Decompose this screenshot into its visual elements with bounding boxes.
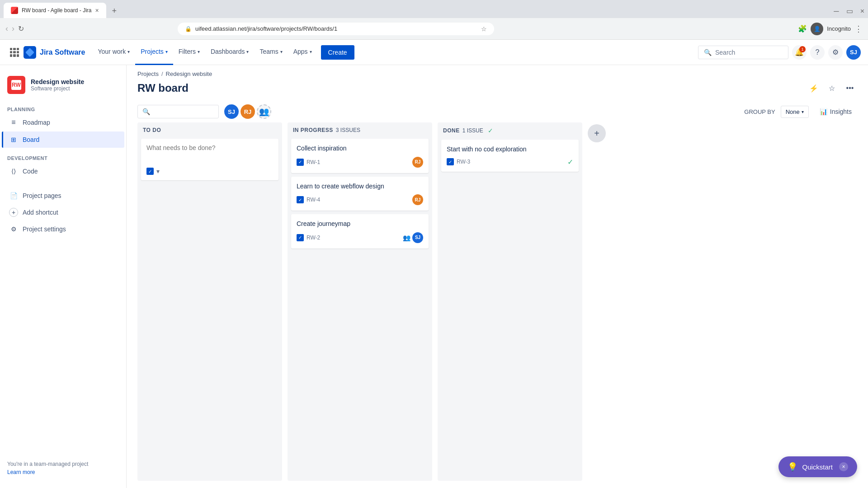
create-checkbox[interactable]: ✓: [146, 168, 154, 175]
sidebar-item-project-pages[interactable]: 📄 Project pages: [2, 188, 124, 204]
sidebar-item-code[interactable]: ⟨⟩ Code: [2, 163, 124, 179]
projects-nav[interactable]: Projects ▾: [135, 40, 173, 65]
url-text: uifeed.atlassian.net/jira/software/proje…: [195, 25, 337, 32]
address-bar[interactable]: 🔒 uifeed.atlassian.net/jira/software/pro…: [178, 23, 494, 35]
maximize-icon[interactable]: ▭: [846, 7, 853, 15]
nav-back[interactable]: ‹: [5, 24, 8, 33]
card-rw4-avatar[interactable]: RJ: [412, 194, 423, 205]
nav-forward[interactable]: ›: [12, 24, 14, 33]
nav-refresh[interactable]: ↻: [18, 24, 24, 33]
sidebar-item-add-shortcut[interactable]: + Add shortcut: [2, 204, 124, 221]
close-icon[interactable]: ×: [860, 7, 864, 15]
group-by-chevron: ▾: [802, 109, 804, 114]
teams-nav[interactable]: Teams ▾: [254, 40, 288, 65]
apps-nav[interactable]: Apps ▾: [288, 40, 317, 65]
column-inprogress-items: Collect inspiration ✓ RW-1 RJ Lea: [288, 137, 432, 481]
help-button[interactable]: ?: [810, 45, 825, 60]
logo[interactable]: Jira Software: [24, 46, 85, 59]
teams-chevron: ▾: [280, 49, 283, 54]
extension-icon[interactable]: 🧩: [798, 24, 807, 33]
pages-icon: 📄: [9, 191, 18, 200]
app-grid-icon[interactable]: [7, 45, 22, 60]
star-button[interactable]: ☆: [825, 81, 839, 95]
tab-close[interactable]: ×: [95, 7, 99, 14]
lightning-button[interactable]: ⚡: [807, 81, 821, 95]
card-rw2-type: ✓: [297, 234, 304, 241]
insights-button[interactable]: 📊 Insights: [814, 105, 857, 118]
user-avatar[interactable]: SJ: [846, 45, 861, 60]
lightning-icon: ⚡: [809, 84, 818, 93]
settings-button[interactable]: ⚙: [828, 45, 843, 60]
quickstart-close-button[interactable]: ×: [839, 462, 848, 471]
sidebar: RW Redesign website Software project PLA…: [0, 65, 127, 488]
board-search[interactable]: 🔍: [137, 105, 219, 118]
card-rw2-avatar[interactable]: SJ: [412, 232, 423, 243]
sidebar-item-board[interactable]: ⊞ Board: [2, 131, 124, 148]
create-button[interactable]: Create: [321, 45, 354, 60]
apps-label: Apps: [293, 48, 308, 55]
close-x-icon: ×: [842, 464, 845, 470]
filters-nav[interactable]: Filters ▾: [173, 40, 205, 65]
card-rw2[interactable]: Create journeymap ✓ RW-2 👥 SJ: [291, 214, 429, 249]
card-rw4[interactable]: Learn to create webflow design ✓ RW-4 RJ: [291, 177, 429, 211]
search-placeholder-text: Search: [715, 49, 735, 56]
card-rw1[interactable]: Collect inspiration ✓ RW-1 RJ: [291, 139, 429, 173]
avatar-group: SJ RJ 👥: [224, 104, 271, 119]
star-icon[interactable]: ☆: [481, 25, 487, 33]
code-label: Code: [23, 168, 38, 175]
user-avatar-sj[interactable]: SJ: [224, 104, 239, 119]
board-search-icon: 🔍: [142, 108, 150, 115]
apps-chevron: ▾: [310, 49, 312, 54]
incognito-avatar[interactable]: 👤: [811, 23, 823, 35]
browser-tab[interactable]: RW board - Agile board - Jira ×: [4, 3, 106, 18]
card-rw1-title: Collect inspiration: [297, 144, 423, 153]
create-expand-icon[interactable]: ▾: [156, 168, 160, 175]
card-rw4-id: RW-4: [307, 197, 320, 203]
new-tab-button[interactable]: +: [108, 5, 121, 17]
insights-label: Insights: [830, 108, 852, 115]
app: Jira Software Your work ▾ Projects ▾ Fil…: [0, 40, 868, 488]
card-rw3[interactable]: Start with no cod exploration ✓ RW-3 ✓: [441, 140, 579, 172]
sidebar-footer: You're in a team-managed project Learn m…: [0, 454, 126, 483]
menu-icon[interactable]: ⋮: [854, 24, 863, 34]
more-dots-icon: •••: [846, 84, 854, 92]
project-info: Redesign website Software project: [31, 78, 84, 92]
column-inprogress: IN PROGRESS 3 ISSUES Collect inspiration…: [288, 122, 432, 481]
grid-dot: [17, 54, 19, 56]
quickstart-widget[interactable]: 💡 Quickstart ×: [778, 456, 857, 477]
learn-more-link[interactable]: Learn more: [7, 469, 119, 475]
card-rw3-id: RW-3: [457, 159, 470, 165]
inprogress-title: IN PROGRESS: [293, 127, 333, 133]
card-rw1-id: RW-1: [307, 159, 320, 165]
tab-title: RW board - Agile board - Jira: [22, 7, 92, 14]
code-icon: ⟨⟩: [9, 167, 18, 176]
create-card-input[interactable]: [146, 144, 273, 162]
projects-chevron: ▾: [165, 49, 168, 54]
user-avatar-rj[interactable]: RJ: [241, 104, 255, 119]
breadcrumb-projects[interactable]: Projects: [137, 70, 159, 77]
notification-badge: 1: [799, 46, 806, 52]
card-rw3-done-icon: ✓: [567, 158, 573, 166]
checkmark-icon: ✓: [298, 235, 302, 240]
your-work-nav[interactable]: Your work ▾: [92, 40, 135, 65]
sidebar-item-roadmap[interactable]: ≡ Roadmap: [2, 114, 124, 131]
group-by-select[interactable]: None ▾: [781, 106, 809, 118]
group-by-value: None: [786, 108, 800, 115]
add-column-button[interactable]: +: [588, 124, 606, 142]
content-area: Projects / Redesign website RW board ⚡ ☆…: [127, 65, 868, 488]
minimize-icon[interactable]: ─: [834, 7, 839, 15]
grid-dot: [10, 48, 12, 50]
card-rw1-footer: ✓ RW-1 RJ: [297, 157, 423, 168]
board-area: TO DO ✓ ▾ IN PROG: [127, 122, 868, 488]
search-bar[interactable]: 🔍 Search: [698, 46, 788, 59]
planning-section-label: PLANNING: [0, 103, 126, 114]
grid-dot: [13, 54, 15, 56]
add-avatar-button[interactable]: 👥: [257, 104, 271, 119]
sidebar-item-project-settings[interactable]: ⚙ Project settings: [2, 221, 124, 237]
more-button[interactable]: •••: [843, 81, 857, 95]
dashboards-nav[interactable]: Dashboards ▾: [205, 40, 255, 65]
breadcrumb-project[interactable]: Redesign website: [166, 70, 212, 77]
card-rw1-avatar[interactable]: RJ: [412, 157, 423, 168]
column-inprogress-header: IN PROGRESS 3 ISSUES: [288, 122, 432, 137]
notifications-button[interactable]: 🔔 1: [792, 45, 807, 60]
